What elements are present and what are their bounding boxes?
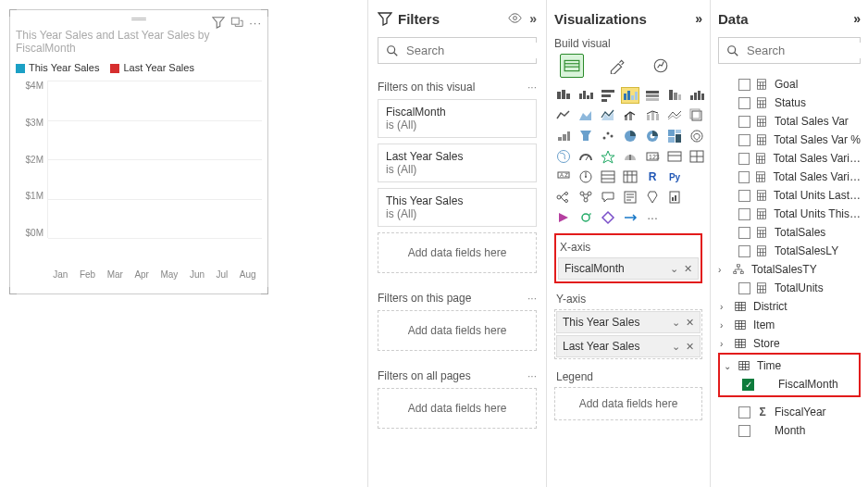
- viz-type-option[interactable]: [665, 148, 684, 165]
- viz-type-option[interactable]: [621, 87, 639, 104]
- yaxis-field-pill[interactable]: Last Year Sales ⌄✕: [556, 335, 701, 357]
- tree-row[interactable]: Total Units This…: [718, 205, 861, 223]
- viz-type-option[interactable]: [554, 107, 573, 124]
- viz-type-option[interactable]: [665, 107, 684, 124]
- filter-card[interactable]: This Year Salesis (All): [378, 188, 537, 227]
- viz-type-option[interactable]: [643, 189, 662, 206]
- viz-type-option[interactable]: [599, 189, 617, 206]
- tree-row[interactable]: Goal: [718, 75, 861, 94]
- tree-row[interactable]: Total Sales Var: [718, 112, 861, 131]
- filters-search[interactable]: [378, 37, 537, 64]
- viz-type-option[interactable]: [665, 189, 684, 206]
- tree-row[interactable]: Month: [718, 421, 861, 440]
- build-visual-tab[interactable]: [560, 54, 584, 78]
- viz-type-option[interactable]: [621, 209, 639, 226]
- viz-type-option[interactable]: [621, 169, 639, 185]
- remove-field-icon[interactable]: ✕: [686, 317, 694, 329]
- viz-type-option[interactable]: [665, 87, 684, 104]
- tree-row[interactable]: ⌄Time: [722, 356, 857, 375]
- viz-type-option[interactable]: [599, 148, 617, 165]
- chevron-down-icon[interactable]: ⌄: [672, 317, 680, 329]
- viz-type-option[interactable]: [577, 148, 595, 165]
- section-more-icon[interactable]: ···: [527, 81, 537, 94]
- viz-type-option[interactable]: [577, 189, 595, 206]
- filter-icon[interactable]: [212, 16, 225, 30]
- viz-type-option[interactable]: [599, 169, 617, 185]
- viz-type-option[interactable]: ···: [643, 209, 662, 226]
- filter-card[interactable]: FiscalMonthis (All): [378, 99, 537, 138]
- tree-row[interactable]: Total Sales Vari…: [718, 168, 861, 186]
- viz-type-option[interactable]: [688, 107, 706, 124]
- format-visual-tab[interactable]: [604, 54, 628, 78]
- viz-type-option[interactable]: Py: [665, 169, 684, 185]
- viz-type-option[interactable]: [554, 128, 573, 144]
- viz-type-option[interactable]: 123: [643, 148, 662, 165]
- viz-type-option[interactable]: [554, 87, 573, 104]
- viz-type-option[interactable]: [621, 189, 639, 206]
- yaxis-field-pill[interactable]: This Year Sales ⌄✕: [556, 311, 701, 333]
- tree-row[interactable]: TotalUnits: [718, 279, 861, 297]
- tree-row[interactable]: ›District: [718, 297, 861, 316]
- viz-type-option[interactable]: [643, 107, 662, 124]
- filters-search-input[interactable]: [404, 43, 564, 58]
- add-global-filter[interactable]: Add data fields here: [378, 388, 537, 429]
- tree-row[interactable]: TotalSalesLY: [718, 242, 861, 260]
- add-page-filter[interactable]: Add data fields here: [378, 310, 537, 351]
- add-visual-filter[interactable]: Add data fields here: [378, 232, 537, 273]
- chevron-down-icon[interactable]: ⌄: [670, 263, 678, 275]
- viz-type-option[interactable]: [621, 128, 639, 144]
- tree-row[interactable]: Total Sales Vari…: [718, 149, 861, 168]
- xaxis-field-pill[interactable]: FiscalMonth ⌄✕: [558, 257, 699, 280]
- viz-type-option[interactable]: [643, 128, 662, 144]
- viz-type-option[interactable]: [599, 209, 617, 226]
- viz-type-option[interactable]: [554, 148, 573, 165]
- viz-type-option[interactable]: [577, 87, 595, 104]
- viz-type-option[interactable]: [688, 128, 706, 144]
- viz-type-option[interactable]: [665, 128, 684, 144]
- viz-type-option[interactable]: [688, 148, 706, 165]
- focus-mode-icon[interactable]: [230, 16, 243, 30]
- tree-row[interactable]: ✓FiscalMonth: [722, 375, 857, 393]
- tree-row[interactable]: Total Units Last…: [718, 186, 861, 205]
- collapse-icon[interactable]: »: [853, 11, 861, 26]
- visual-frame[interactable]: ══ ··· This Year Sales and Last Year Sal…: [9, 9, 268, 294]
- viz-type-option[interactable]: [577, 128, 595, 144]
- remove-field-icon[interactable]: ✕: [684, 263, 692, 275]
- section-more-icon[interactable]: ···: [527, 369, 537, 382]
- tree-row[interactable]: ›Store: [718, 334, 861, 353]
- report-canvas[interactable]: ══ ··· This Year Sales and Last Year Sal…: [0, 0, 367, 487]
- tree-row[interactable]: ΣFiscalYear: [718, 403, 861, 421]
- analytics-tab[interactable]: [649, 54, 673, 78]
- viz-type-option[interactable]: [621, 148, 639, 165]
- viz-type-option[interactable]: [643, 87, 662, 104]
- viz-type-option[interactable]: [599, 87, 617, 104]
- collapse-icon[interactable]: »: [695, 11, 702, 26]
- viz-type-option[interactable]: [688, 87, 706, 104]
- viz-type-option[interactable]: [577, 169, 595, 185]
- viz-type-option[interactable]: R: [643, 169, 662, 185]
- data-search[interactable]: [718, 37, 861, 64]
- data-search-input[interactable]: [745, 43, 868, 58]
- remove-field-icon[interactable]: ✕: [686, 341, 694, 353]
- viz-type-option[interactable]: [554, 189, 573, 206]
- tree-row[interactable]: TotalSales: [718, 223, 861, 242]
- viz-type-option[interactable]: [621, 107, 639, 124]
- eye-icon[interactable]: [508, 11, 522, 26]
- chevron-down-icon[interactable]: ⌄: [672, 341, 680, 353]
- viz-type-option[interactable]: A Z: [554, 169, 573, 185]
- tree-row[interactable]: ›Item: [718, 316, 861, 334]
- more-options-icon[interactable]: ···: [249, 16, 262, 30]
- section-more-icon[interactable]: ···: [527, 292, 537, 305]
- tree-row[interactable]: Status: [718, 94, 861, 112]
- legend-add-fields[interactable]: Add data fields here: [554, 387, 702, 420]
- tree-row[interactable]: Total Sales Var %: [718, 131, 861, 149]
- collapse-icon[interactable]: »: [529, 11, 537, 26]
- viz-type-option[interactable]: [599, 128, 617, 144]
- tree-row[interactable]: ›TotalSalesTY: [718, 260, 861, 279]
- viz-type-option[interactable]: [599, 107, 617, 124]
- viz-type-option[interactable]: [577, 209, 595, 226]
- viz-type-option[interactable]: [554, 209, 573, 226]
- viz-type-option[interactable]: [577, 107, 595, 124]
- chart-plot-area[interactable]: $4M $3M $2M $1M $0M: [16, 81, 262, 266]
- filter-card[interactable]: Last Year Salesis (All): [378, 144, 537, 182]
